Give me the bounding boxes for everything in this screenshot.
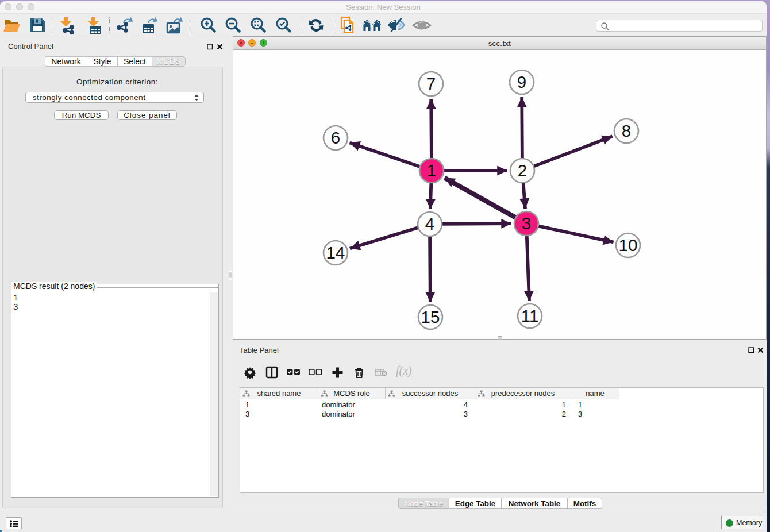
svg-text:10: 10 (619, 236, 638, 255)
svg-text:2: 2 (518, 161, 527, 180)
svg-text:9: 9 (517, 72, 526, 91)
svg-text:14: 14 (326, 243, 345, 262)
svg-text:15: 15 (421, 307, 440, 326)
svg-text:3: 3 (522, 214, 531, 233)
svg-text:1: 1 (427, 161, 436, 180)
svg-text:4: 4 (425, 214, 434, 233)
svg-text:6: 6 (331, 128, 340, 147)
svg-text:7: 7 (426, 74, 436, 93)
svg-text:8: 8 (622, 121, 631, 140)
svg-text:11: 11 (521, 306, 539, 325)
